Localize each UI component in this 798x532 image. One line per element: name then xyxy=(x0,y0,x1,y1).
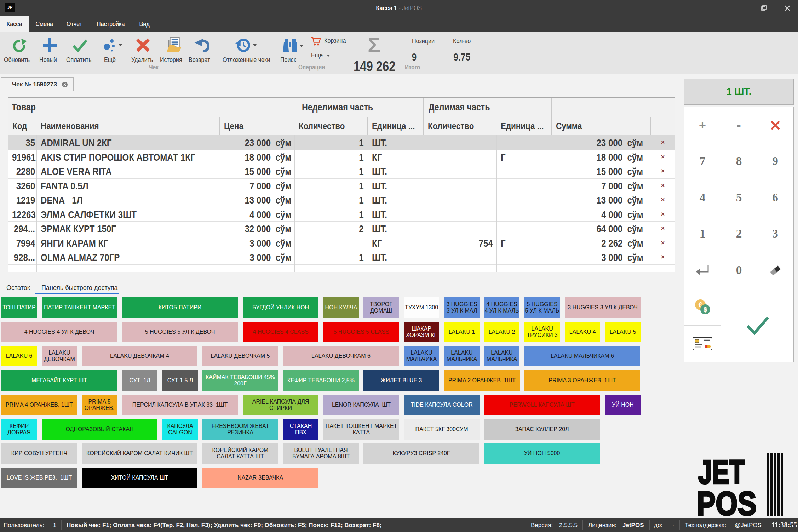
svg-text:$: $ xyxy=(704,306,707,313)
